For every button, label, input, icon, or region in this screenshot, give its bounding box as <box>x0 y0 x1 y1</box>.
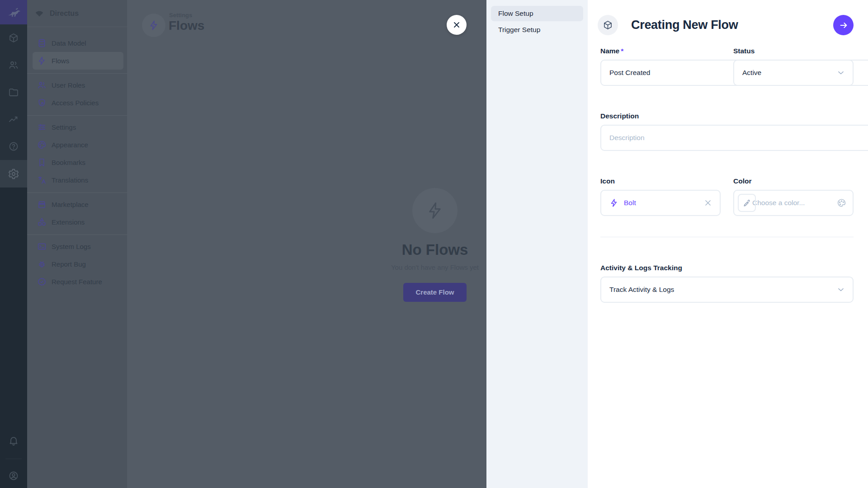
drawer-header-icon-circle <box>598 15 618 35</box>
section-divider <box>600 237 854 237</box>
icon-label: Icon <box>600 177 615 185</box>
icon-select[interactable]: Bolt <box>600 190 721 216</box>
icon-value: Bolt <box>624 199 636 207</box>
tracking-label: Activity & Logs Tracking <box>600 264 682 272</box>
status-label: Status <box>733 47 755 55</box>
drawer-close-button[interactable] <box>447 15 467 35</box>
description-input[interactable] <box>600 125 868 151</box>
eyedropper-icon <box>743 199 751 207</box>
chevron-down-icon <box>836 68 845 77</box>
close-icon <box>452 20 461 29</box>
tracking-select[interactable]: Track Activity & Logs <box>600 277 854 303</box>
drawer-title: Creating New Flow <box>631 18 738 32</box>
bolt-icon <box>609 198 618 207</box>
drawer-nav-trigger-setup[interactable]: Trigger Setup <box>491 22 583 38</box>
name-label: Name* <box>600 47 623 55</box>
drawer-nav-flow-setup[interactable]: Flow Setup <box>491 6 583 21</box>
eyedropper-button[interactable] <box>738 194 756 212</box>
chevron-down-icon <box>836 285 845 294</box>
arrow-right-icon <box>839 20 849 30</box>
status-value: Active <box>742 69 761 77</box>
clear-icon[interactable] <box>703 198 712 207</box>
color-label: Color <box>733 177 751 185</box>
tracking-value: Track Activity & Logs <box>609 286 674 294</box>
drawer-overlay[interactable] <box>0 0 486 488</box>
drawer-nav: Flow Setup Trigger Setup <box>486 0 588 488</box>
color-input[interactable]: Choose a color... <box>733 190 854 216</box>
palette-icon[interactable] <box>837 198 846 208</box>
status-select[interactable]: Active <box>733 60 854 86</box>
description-label: Description <box>600 112 639 120</box>
box-icon <box>603 20 613 30</box>
drawer: Creating New Flow Name* Status Active De… <box>588 0 868 488</box>
required-asterisk: * <box>621 47 623 55</box>
drawer-save-button[interactable] <box>833 15 854 35</box>
color-placeholder: Choose a color... <box>752 199 805 207</box>
